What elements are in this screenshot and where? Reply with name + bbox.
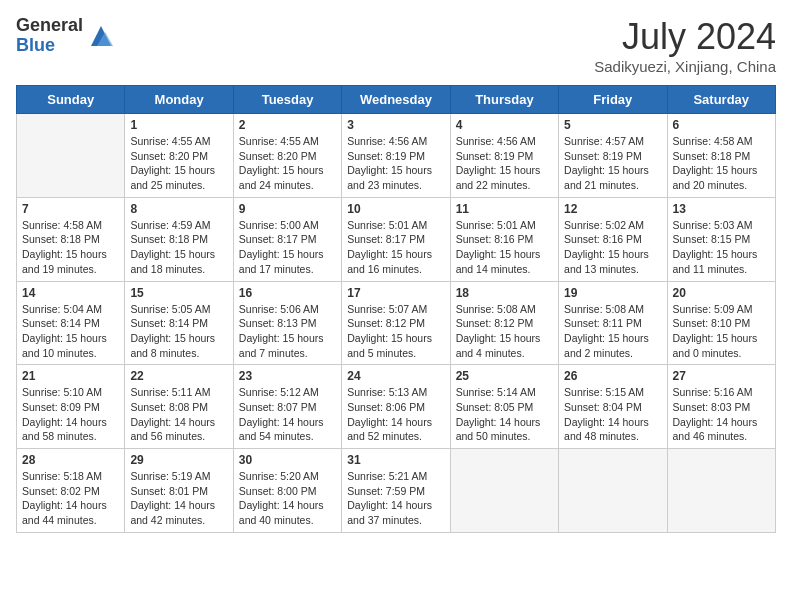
day-of-week-header: Saturday — [667, 86, 775, 114]
day-info: Sunrise: 4:59 AM Sunset: 8:18 PM Dayligh… — [130, 218, 227, 277]
day-info: Sunrise: 4:55 AM Sunset: 8:20 PM Dayligh… — [239, 134, 336, 193]
day-info: Sunrise: 5:06 AM Sunset: 8:13 PM Dayligh… — [239, 302, 336, 361]
day-number: 11 — [456, 202, 553, 216]
calendar-header: SundayMondayTuesdayWednesdayThursdayFrid… — [17, 86, 776, 114]
day-of-week-header: Sunday — [17, 86, 125, 114]
calendar-week-row: 1Sunrise: 4:55 AM Sunset: 8:20 PM Daylig… — [17, 114, 776, 198]
day-info: Sunrise: 5:15 AM Sunset: 8:04 PM Dayligh… — [564, 385, 661, 444]
day-number: 27 — [673, 369, 770, 383]
day-number: 14 — [22, 286, 119, 300]
day-number: 21 — [22, 369, 119, 383]
day-number: 6 — [673, 118, 770, 132]
calendar-cell: 19Sunrise: 5:08 AM Sunset: 8:11 PM Dayli… — [559, 281, 667, 365]
day-info: Sunrise: 4:56 AM Sunset: 8:19 PM Dayligh… — [347, 134, 444, 193]
day-number: 25 — [456, 369, 553, 383]
day-info: Sunrise: 5:02 AM Sunset: 8:16 PM Dayligh… — [564, 218, 661, 277]
day-info: Sunrise: 5:03 AM Sunset: 8:15 PM Dayligh… — [673, 218, 770, 277]
calendar-cell: 31Sunrise: 5:21 AM Sunset: 7:59 PM Dayli… — [342, 449, 450, 533]
day-of-week-header: Tuesday — [233, 86, 341, 114]
calendar-cell: 4Sunrise: 4:56 AM Sunset: 8:19 PM Daylig… — [450, 114, 558, 198]
logo-icon — [87, 22, 115, 50]
calendar-cell: 5Sunrise: 4:57 AM Sunset: 8:19 PM Daylig… — [559, 114, 667, 198]
day-number: 16 — [239, 286, 336, 300]
day-number: 20 — [673, 286, 770, 300]
day-info: Sunrise: 5:01 AM Sunset: 8:16 PM Dayligh… — [456, 218, 553, 277]
calendar-cell — [17, 114, 125, 198]
calendar-cell: 24Sunrise: 5:13 AM Sunset: 8:06 PM Dayli… — [342, 365, 450, 449]
calendar-cell: 30Sunrise: 5:20 AM Sunset: 8:00 PM Dayli… — [233, 449, 341, 533]
calendar-cell: 28Sunrise: 5:18 AM Sunset: 8:02 PM Dayli… — [17, 449, 125, 533]
day-info: Sunrise: 5:08 AM Sunset: 8:12 PM Dayligh… — [456, 302, 553, 361]
calendar-cell — [559, 449, 667, 533]
day-info: Sunrise: 5:13 AM Sunset: 8:06 PM Dayligh… — [347, 385, 444, 444]
logo-blue-text: Blue — [16, 36, 83, 56]
day-info: Sunrise: 5:09 AM Sunset: 8:10 PM Dayligh… — [673, 302, 770, 361]
day-number: 31 — [347, 453, 444, 467]
day-number: 18 — [456, 286, 553, 300]
calendar-cell: 27Sunrise: 5:16 AM Sunset: 8:03 PM Dayli… — [667, 365, 775, 449]
day-number: 8 — [130, 202, 227, 216]
day-number: 17 — [347, 286, 444, 300]
day-info: Sunrise: 4:57 AM Sunset: 8:19 PM Dayligh… — [564, 134, 661, 193]
day-info: Sunrise: 5:12 AM Sunset: 8:07 PM Dayligh… — [239, 385, 336, 444]
calendar-cell: 9Sunrise: 5:00 AM Sunset: 8:17 PM Daylig… — [233, 197, 341, 281]
calendar-cell: 6Sunrise: 4:58 AM Sunset: 8:18 PM Daylig… — [667, 114, 775, 198]
day-number: 13 — [673, 202, 770, 216]
calendar-cell: 21Sunrise: 5:10 AM Sunset: 8:09 PM Dayli… — [17, 365, 125, 449]
logo: General Blue — [16, 16, 115, 56]
day-info: Sunrise: 4:55 AM Sunset: 8:20 PM Dayligh… — [130, 134, 227, 193]
day-number: 2 — [239, 118, 336, 132]
day-info: Sunrise: 5:04 AM Sunset: 8:14 PM Dayligh… — [22, 302, 119, 361]
calendar-cell: 8Sunrise: 4:59 AM Sunset: 8:18 PM Daylig… — [125, 197, 233, 281]
days-of-week-row: SundayMondayTuesdayWednesdayThursdayFrid… — [17, 86, 776, 114]
day-info: Sunrise: 5:08 AM Sunset: 8:11 PM Dayligh… — [564, 302, 661, 361]
calendar-cell: 2Sunrise: 4:55 AM Sunset: 8:20 PM Daylig… — [233, 114, 341, 198]
calendar-cell: 11Sunrise: 5:01 AM Sunset: 8:16 PM Dayli… — [450, 197, 558, 281]
calendar-cell: 18Sunrise: 5:08 AM Sunset: 8:12 PM Dayli… — [450, 281, 558, 365]
calendar-cell — [667, 449, 775, 533]
calendar-week-row: 21Sunrise: 5:10 AM Sunset: 8:09 PM Dayli… — [17, 365, 776, 449]
calendar-week-row: 7Sunrise: 4:58 AM Sunset: 8:18 PM Daylig… — [17, 197, 776, 281]
day-info: Sunrise: 5:18 AM Sunset: 8:02 PM Dayligh… — [22, 469, 119, 528]
calendar-cell: 29Sunrise: 5:19 AM Sunset: 8:01 PM Dayli… — [125, 449, 233, 533]
calendar-cell: 20Sunrise: 5:09 AM Sunset: 8:10 PM Dayli… — [667, 281, 775, 365]
calendar-cell: 26Sunrise: 5:15 AM Sunset: 8:04 PM Dayli… — [559, 365, 667, 449]
day-number: 7 — [22, 202, 119, 216]
calendar-cell: 13Sunrise: 5:03 AM Sunset: 8:15 PM Dayli… — [667, 197, 775, 281]
day-info: Sunrise: 5:07 AM Sunset: 8:12 PM Dayligh… — [347, 302, 444, 361]
calendar-cell: 15Sunrise: 5:05 AM Sunset: 8:14 PM Dayli… — [125, 281, 233, 365]
day-number: 1 — [130, 118, 227, 132]
day-info: Sunrise: 4:58 AM Sunset: 8:18 PM Dayligh… — [673, 134, 770, 193]
day-number: 26 — [564, 369, 661, 383]
day-info: Sunrise: 5:16 AM Sunset: 8:03 PM Dayligh… — [673, 385, 770, 444]
day-number: 5 — [564, 118, 661, 132]
day-number: 23 — [239, 369, 336, 383]
day-info: Sunrise: 5:05 AM Sunset: 8:14 PM Dayligh… — [130, 302, 227, 361]
calendar-cell: 22Sunrise: 5:11 AM Sunset: 8:08 PM Dayli… — [125, 365, 233, 449]
day-number: 24 — [347, 369, 444, 383]
calendar-cell: 1Sunrise: 4:55 AM Sunset: 8:20 PM Daylig… — [125, 114, 233, 198]
calendar-cell: 10Sunrise: 5:01 AM Sunset: 8:17 PM Dayli… — [342, 197, 450, 281]
day-of-week-header: Monday — [125, 86, 233, 114]
calendar-body: 1Sunrise: 4:55 AM Sunset: 8:20 PM Daylig… — [17, 114, 776, 533]
calendar-week-row: 14Sunrise: 5:04 AM Sunset: 8:14 PM Dayli… — [17, 281, 776, 365]
day-info: Sunrise: 5:10 AM Sunset: 8:09 PM Dayligh… — [22, 385, 119, 444]
day-number: 10 — [347, 202, 444, 216]
day-number: 3 — [347, 118, 444, 132]
calendar-cell: 25Sunrise: 5:14 AM Sunset: 8:05 PM Dayli… — [450, 365, 558, 449]
location-subtitle: Sadikyuezi, Xinjiang, China — [594, 58, 776, 75]
day-info: Sunrise: 5:11 AM Sunset: 8:08 PM Dayligh… — [130, 385, 227, 444]
day-of-week-header: Wednesday — [342, 86, 450, 114]
day-number: 12 — [564, 202, 661, 216]
calendar-cell: 16Sunrise: 5:06 AM Sunset: 8:13 PM Dayli… — [233, 281, 341, 365]
title-area: July 2024 Sadikyuezi, Xinjiang, China — [594, 16, 776, 75]
day-info: Sunrise: 5:21 AM Sunset: 7:59 PM Dayligh… — [347, 469, 444, 528]
month-year-title: July 2024 — [594, 16, 776, 58]
page-header: General Blue July 2024 Sadikyuezi, Xinji… — [16, 16, 776, 75]
calendar-cell — [450, 449, 558, 533]
day-info: Sunrise: 5:19 AM Sunset: 8:01 PM Dayligh… — [130, 469, 227, 528]
day-of-week-header: Friday — [559, 86, 667, 114]
day-info: Sunrise: 4:56 AM Sunset: 8:19 PM Dayligh… — [456, 134, 553, 193]
calendar-cell: 3Sunrise: 4:56 AM Sunset: 8:19 PM Daylig… — [342, 114, 450, 198]
calendar-cell: 7Sunrise: 4:58 AM Sunset: 8:18 PM Daylig… — [17, 197, 125, 281]
